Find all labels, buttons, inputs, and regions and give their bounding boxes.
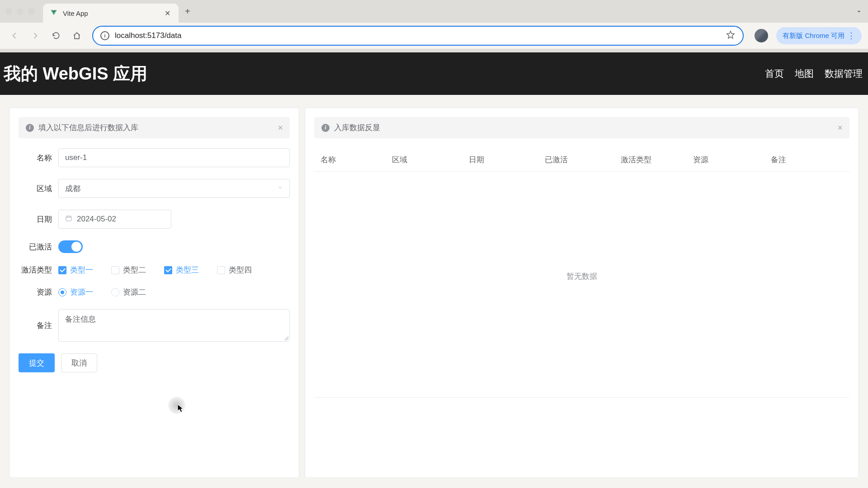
form-alert: i 填入以下信息后进行数据入库 ✕ xyxy=(19,117,290,138)
row-date: 日期 2024-05-02 xyxy=(19,210,290,229)
profile-avatar[interactable] xyxy=(755,29,768,42)
forward-button[interactable] xyxy=(27,28,43,44)
nav-map[interactable]: 地图 xyxy=(795,67,814,80)
row-resource: 资源 资源一 资源二 xyxy=(19,287,290,297)
browser-tab[interactable]: Vite App ✕ xyxy=(43,4,179,23)
radio-resource-1[interactable]: 资源一 xyxy=(58,287,93,297)
svg-rect-0 xyxy=(66,216,71,221)
label-type: 激活类型 xyxy=(19,265,58,275)
info-icon: i xyxy=(321,124,330,132)
active-switch[interactable] xyxy=(58,240,83,253)
tab-title: Vite App xyxy=(63,9,158,17)
app-header: 我的 WebGIS 应用 首页 地图 数据管理 xyxy=(0,52,868,95)
label-active: 已激活 xyxy=(19,242,58,252)
radio-resource-2[interactable]: 资源二 xyxy=(111,287,146,297)
nav-home[interactable]: 首页 xyxy=(765,67,784,80)
resource-radio-group: 资源一 资源二 xyxy=(58,287,290,297)
checkbox-type-2[interactable]: 类型二 xyxy=(111,265,146,275)
th-name: 名称 xyxy=(314,155,392,165)
cancel-button[interactable]: 取消 xyxy=(61,353,97,372)
label-resource: 资源 xyxy=(19,287,58,297)
close-alert-icon[interactable]: ✕ xyxy=(837,124,843,132)
vue-favicon-icon xyxy=(49,9,58,18)
site-info-icon[interactable]: i xyxy=(100,31,109,40)
browser-chrome: Vite App ✕ + ⌄ i localhost:5173/data 有新版… xyxy=(0,0,868,52)
alert-text: 填入以下信息后进行数据入库 xyxy=(38,122,138,133)
region-select[interactable]: 成都 xyxy=(58,179,290,198)
row-remark: 备注 备注信息 xyxy=(19,309,290,342)
type-checkbox-group: 类型一 类型二 类型三 类型四 xyxy=(58,265,290,275)
alert-text: 入库数据反显 xyxy=(334,122,380,133)
submit-button[interactable]: 提交 xyxy=(19,353,55,372)
label-remark: 备注 xyxy=(19,320,58,331)
new-tab-button[interactable]: + xyxy=(185,6,190,17)
tabs-dropdown-icon[interactable]: ⌄ xyxy=(856,6,862,14)
button-row: 提交 取消 xyxy=(19,353,290,372)
notice-text: 有新版 Chrome 可用 xyxy=(783,32,844,40)
checkbox-type-3[interactable]: 类型三 xyxy=(164,265,199,275)
chrome-update-notice[interactable]: 有新版 Chrome 可用 xyxy=(776,27,862,44)
name-input[interactable]: user-1 xyxy=(58,148,290,167)
label-date: 日期 xyxy=(19,214,58,225)
th-type: 激活类型 xyxy=(621,155,693,165)
data-table: 名称 区域 日期 已激活 激活类型 资源 备注 暂无数据 xyxy=(314,148,849,398)
app-title: 我的 WebGIS 应用 xyxy=(4,62,147,85)
label-name: 名称 xyxy=(19,153,58,163)
minimize-window-icon[interactable] xyxy=(17,8,24,15)
th-remark: 备注 xyxy=(771,155,849,165)
table-empty: 暂无数据 xyxy=(314,172,849,398)
maximize-window-icon[interactable] xyxy=(28,8,35,15)
th-resource: 资源 xyxy=(693,155,771,165)
back-button[interactable] xyxy=(6,28,23,44)
checkbox-type-1[interactable]: 类型一 xyxy=(58,265,93,275)
table-card: i 入库数据反显 ✕ 名称 区域 日期 已激活 激活类型 资源 备注 暂无数据 xyxy=(305,108,859,478)
row-type: 激活类型 类型一 类型二 类型三 类型四 xyxy=(19,265,290,275)
browser-toolbar: i localhost:5173/data 有新版 Chrome 可用 xyxy=(0,23,868,49)
th-region: 区域 xyxy=(392,155,469,165)
row-name: 名称 user-1 xyxy=(19,148,290,167)
date-input[interactable]: 2024-05-02 xyxy=(58,210,171,229)
checkbox-type-4[interactable]: 类型四 xyxy=(217,265,252,275)
info-icon: i xyxy=(26,124,34,132)
home-button[interactable] xyxy=(69,28,85,44)
row-region: 区域 成都 xyxy=(19,179,290,198)
tab-bar: Vite App ✕ + ⌄ xyxy=(0,0,868,23)
form-card: i 填入以下信息后进行数据入库 ✕ 名称 user-1 区域 成都 日期 202… xyxy=(9,108,299,478)
url-text: localhost:5173/data xyxy=(115,31,720,40)
th-date: 日期 xyxy=(469,155,545,165)
calendar-icon xyxy=(65,215,72,224)
table-header: 名称 区域 日期 已激活 激活类型 资源 备注 xyxy=(314,148,849,172)
close-tab-icon[interactable]: ✕ xyxy=(163,8,172,19)
kebab-menu-icon[interactable] xyxy=(847,31,855,41)
table-alert: i 入库数据反显 ✕ xyxy=(314,117,849,138)
nav-data[interactable]: 数据管理 xyxy=(825,67,863,80)
th-active: 已激活 xyxy=(545,155,621,165)
main-content: i 填入以下信息后进行数据入库 ✕ 名称 user-1 区域 成都 日期 202… xyxy=(0,95,868,488)
close-alert-icon[interactable]: ✕ xyxy=(278,124,283,132)
window-controls[interactable] xyxy=(5,8,35,15)
address-bar[interactable]: i localhost:5173/data xyxy=(92,26,744,46)
reload-button[interactable] xyxy=(48,28,64,44)
close-window-icon[interactable] xyxy=(5,8,12,15)
bookmark-star-icon[interactable] xyxy=(726,30,736,42)
label-region: 区域 xyxy=(19,183,58,194)
row-active: 已激活 xyxy=(19,240,290,253)
remark-textarea[interactable]: 备注信息 xyxy=(58,309,290,342)
nav-links: 首页 地图 数据管理 xyxy=(765,67,863,80)
